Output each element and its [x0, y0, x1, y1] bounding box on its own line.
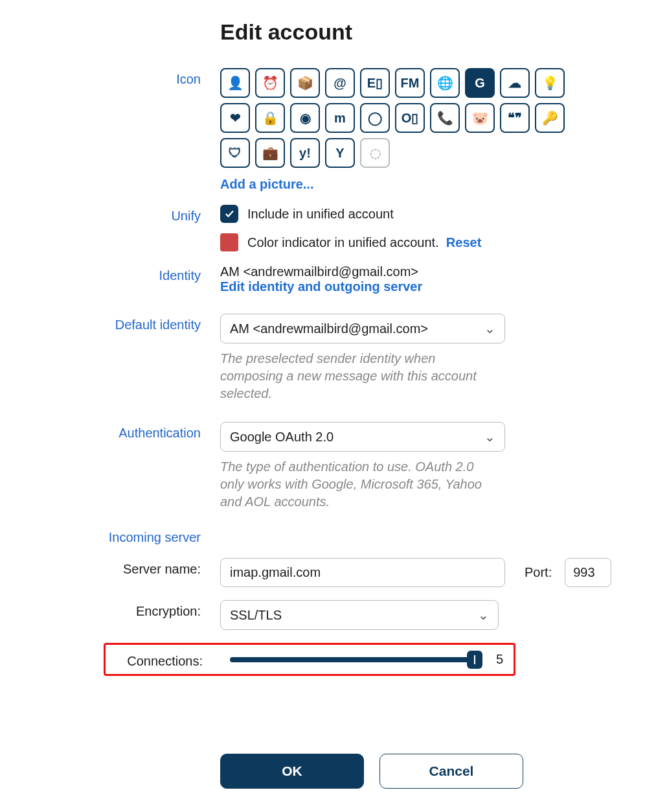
- default-identity-value: AM <andrewmailbird@gmail.com>: [230, 321, 428, 336]
- google-icon[interactable]: G: [465, 68, 495, 98]
- gamma-icon[interactable]: Y: [325, 138, 355, 168]
- identity-text: AM <andrewmailbird@gmail.com>: [220, 264, 645, 279]
- color-indicator-label: Color indicator in unified account.: [247, 235, 439, 250]
- person-icon[interactable]: 👤: [220, 68, 250, 98]
- server-name-input[interactable]: imap.gmail.com: [220, 558, 505, 587]
- label-connections: Connections:: [106, 650, 222, 669]
- lock-icon[interactable]: 🔒: [255, 103, 285, 133]
- key-icon[interactable]: 🔑: [535, 103, 565, 133]
- label-icon: Icon: [39, 68, 220, 87]
- label-server-name: Server name:: [39, 558, 220, 577]
- encryption-value: SSL/TLS: [230, 608, 282, 623]
- custom-icon[interactable]: ◌: [360, 138, 390, 168]
- fastmail-icon[interactable]: FM: [395, 68, 425, 98]
- ok-button[interactable]: OK: [220, 754, 364, 789]
- unify-checkbox-label: Include in unified account: [247, 207, 394, 222]
- connections-slider[interactable]: [230, 657, 482, 662]
- cancel-button[interactable]: Cancel: [379, 754, 523, 789]
- shield-icon[interactable]: 🛡: [220, 138, 250, 168]
- chevron-down-icon: ⌄: [484, 321, 495, 336]
- page-title: Edit account: [220, 19, 645, 45]
- globe-icon[interactable]: 🌐: [430, 68, 460, 98]
- edit-identity-link[interactable]: Edit identity and outgoing server: [220, 279, 422, 294]
- authentication-select[interactable]: Google OAuth 2.0 ⌄: [220, 422, 505, 452]
- box-icon[interactable]: 📦: [290, 68, 320, 98]
- label-default-identity: Default identity: [39, 314, 220, 332]
- yahoo-icon[interactable]: y!: [290, 138, 320, 168]
- port-value: 993: [573, 565, 594, 579]
- authentication-value: Google OAuth 2.0: [230, 430, 334, 445]
- bulb-icon[interactable]: 💡: [535, 68, 565, 98]
- label-unify: Unify: [39, 205, 220, 224]
- cloud-icon[interactable]: ☁: [500, 68, 530, 98]
- color-swatch[interactable]: [220, 233, 238, 251]
- label-port: Port:: [525, 565, 552, 580]
- outlook-icon[interactable]: O▯: [395, 103, 425, 133]
- piggy-icon[interactable]: 🐷: [465, 103, 495, 133]
- label-authentication: Authentication: [39, 422, 220, 441]
- swirl-icon[interactable]: ◉: [290, 103, 320, 133]
- chevron-down-icon: ⌄: [484, 429, 495, 445]
- label-identity: Identity: [39, 264, 220, 283]
- heart-icon[interactable]: ❤: [220, 103, 250, 133]
- label-incoming-server: Incoming server: [39, 530, 220, 545]
- connections-highlight: Connections: 5: [104, 643, 515, 676]
- mastodon-icon[interactable]: m: [325, 103, 355, 133]
- quotes-icon[interactable]: ❝❞: [500, 103, 530, 133]
- icon-grid: 👤⏰📦@E▯FM🌐G☁💡❤🔒◉m◯O▯📞🐷❝❞🔑🛡💼y!Y◌: [220, 68, 596, 168]
- server-name-value: imap.gmail.com: [230, 565, 321, 580]
- port-input[interactable]: 993: [565, 558, 611, 587]
- default-identity-desc: The preselected sender identity when com…: [220, 350, 492, 402]
- circle-icon[interactable]: ◯: [360, 103, 390, 133]
- clock-icon[interactable]: ⏰: [255, 68, 285, 98]
- phone-icon[interactable]: 📞: [430, 103, 460, 133]
- label-encryption: Encryption:: [39, 600, 220, 619]
- briefcase-icon[interactable]: 💼: [255, 138, 285, 168]
- authentication-desc: The type of authentication to use. OAuth…: [220, 458, 492, 511]
- default-identity-select[interactable]: AM <andrewmailbird@gmail.com> ⌄: [220, 314, 505, 343]
- at-icon[interactable]: @: [325, 68, 355, 98]
- exchange-icon[interactable]: E▯: [360, 68, 390, 98]
- encryption-select[interactable]: SSL/TLS ⌄: [220, 600, 499, 630]
- reset-color-link[interactable]: Reset: [446, 235, 481, 250]
- unify-checkbox[interactable]: [220, 205, 238, 223]
- slider-thumb[interactable]: [467, 651, 482, 669]
- add-picture-link[interactable]: Add a picture...: [220, 177, 313, 191]
- chevron-down-icon: ⌄: [478, 607, 489, 623]
- connections-value: 5: [490, 652, 507, 667]
